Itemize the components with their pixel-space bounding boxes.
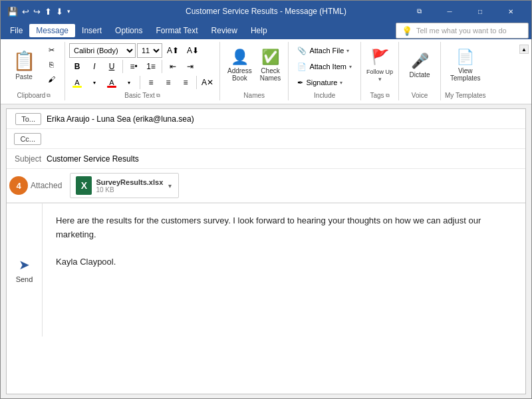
bold-button[interactable]: B — [69, 59, 85, 74]
voice-label: Voice — [403, 90, 436, 99]
font-size-decrease-btn[interactable]: A⬇ — [184, 44, 202, 57]
attach-item-label: Attach Item — [309, 63, 346, 70]
compose-body-area: ➤ Send Here are the results for the cust… — [7, 203, 525, 336]
include-content: 📎 Attach File ▾ 📄 Attach Item ▾ ✒ — [293, 42, 356, 90]
collapse-ribbon-btn[interactable]: ▲ — [519, 45, 529, 54]
up-quick-btn[interactable]: ⬆ — [43, 7, 53, 17]
down-quick-btn[interactable]: ⬇ — [55, 7, 65, 17]
quick-access-toolbar: 💾 ↩ ↪ ⬆ ⬇ ▾ — [6, 7, 72, 17]
ribbon-group-clipboard: 📋 Paste ✂ ⎘ 🖌 Clipboard ⧉ — [3, 42, 65, 100]
window-controls: ⧉ ─ □ ✕ — [404, 1, 526, 22]
clipboard-label: Clipboard ⧉ — [7, 90, 61, 99]
check-names-label: CheckNames — [260, 67, 281, 82]
font-family-selector[interactable]: Calibri (Body) — [69, 43, 136, 58]
menu-file[interactable]: File — [3, 24, 29, 37]
attachment-chip[interactable]: X SurveyResults.xlsx 10 KB ▾ — [70, 173, 179, 198]
to-input[interactable] — [47, 112, 525, 126]
customise-quick-btn[interactable]: ▾ — [66, 8, 72, 15]
attach-item-arrow: ▾ — [349, 64, 352, 70]
body-line1: Here are the results for the customers s… — [56, 214, 512, 242]
bullets-button[interactable]: ≡• — [126, 59, 142, 74]
attach-item-button[interactable]: 📄 Attach Item ▾ — [293, 59, 356, 74]
menu-options[interactable]: Options — [108, 24, 149, 37]
title-bar-left: 💾 ↩ ↪ ⬆ ⬇ ▾ — [6, 7, 72, 17]
follow-up-button[interactable]: 🚩 Follow Up ▾ — [365, 43, 394, 87]
cut-button[interactable]: ✂ — [42, 43, 61, 57]
menu-message[interactable]: Message — [29, 24, 75, 37]
save-quick-btn[interactable]: 💾 — [6, 7, 19, 17]
names-label: Names — [224, 90, 284, 99]
paste-button[interactable]: 📋 Paste — [7, 43, 41, 87]
to-field-row: To... — [7, 109, 525, 129]
italic-button[interactable]: I — [86, 59, 102, 74]
message-body[interactable]: Here are the results for the customers s… — [43, 203, 525, 336]
templates-icon: 📄 — [456, 49, 474, 66]
redo-quick-btn[interactable]: ↪ — [32, 7, 42, 17]
cc-button[interactable]: Cc... — [14, 133, 41, 145]
check-names-button[interactable]: ✅ CheckNames — [257, 43, 285, 87]
send-label: Send — [16, 275, 33, 283]
step-badge: 4 — [9, 176, 28, 195]
view-templates-button[interactable]: 📄 View Templates — [446, 43, 485, 87]
tell-me-search[interactable]: 💡 Tell me what you want to do — [396, 23, 529, 39]
format-painter-button[interactable]: 🖌 — [42, 72, 61, 86]
window-title: Customer Service Results - Message (HTML… — [186, 7, 346, 16]
cc-button-container: Cc... — [7, 133, 47, 145]
indent-decrease-btn[interactable]: ⇤ — [165, 59, 181, 74]
to-button[interactable]: To... — [15, 113, 41, 125]
menu-insert[interactable]: Insert — [75, 24, 108, 37]
clipboard-small-buttons: ✂ ⎘ 🖌 — [42, 43, 61, 86]
clipboard-expand-icon[interactable]: ⧉ — [47, 92, 51, 99]
attachment-dropdown-arrow[interactable]: ▾ — [167, 181, 173, 191]
font-size-increase-btn[interactable]: A⬆ — [164, 44, 182, 57]
restore-window-btn[interactable]: ⧉ — [404, 1, 434, 22]
format-row: B I U ≡• 1≡ ⇤ ⇥ — [69, 59, 215, 74]
dictate-label: Dictate — [409, 71, 430, 78]
highlight-color-bar — [72, 86, 82, 88]
align-left-btn[interactable]: ≡ — [143, 75, 159, 90]
font-size-selector[interactable]: 11 — [137, 43, 162, 58]
basic-text-label: Basic Text ⧉ — [69, 90, 215, 99]
attach-file-button[interactable]: 📎 Attach File ▾ — [293, 43, 356, 58]
basic-text-expand-icon[interactable]: ⧉ — [156, 92, 160, 99]
clear-format-btn[interactable]: A✕ — [200, 75, 215, 90]
address-book-button[interactable]: 👤 AddressBook — [224, 43, 255, 87]
highlight-dropdown-btn[interactable]: ▾ — [86, 75, 102, 90]
paste-icon: 📋 — [13, 50, 36, 72]
copy-button[interactable]: ⎘ — [42, 58, 61, 71]
ribbon: 📋 Paste ✂ ⎘ 🖌 Clipboard ⧉ — [1, 39, 531, 104]
undo-quick-btn[interactable]: ↩ — [21, 7, 31, 17]
indent-increase-btn[interactable]: ⇥ — [182, 59, 198, 74]
subject-input[interactable] — [47, 152, 525, 166]
style-row: A ▾ A ▾ ≡ ≡ — [69, 75, 215, 90]
to-button-container: To... — [7, 113, 47, 125]
signature-button[interactable]: ✒ Signature ▾ — [293, 75, 356, 90]
align-right-btn[interactable]: ≡ — [178, 75, 194, 90]
separator1 — [122, 60, 123, 73]
send-button[interactable]: ➤ Send — [7, 203, 43, 336]
cc-input[interactable] — [47, 132, 525, 146]
address-book-icon: 👤 — [231, 49, 249, 66]
attach-file-label: Attach File — [309, 47, 344, 55]
minimize-window-btn[interactable]: ─ — [434, 1, 465, 22]
numbering-button[interactable]: 1≡ — [143, 59, 159, 74]
check-names-icon: ✅ — [261, 49, 279, 66]
follow-up-label: Follow Up — [366, 68, 393, 75]
ribbon-group-include: 📎 Attach File ▾ 📄 Attach Item ▾ ✒ — [289, 42, 361, 100]
separator4 — [196, 76, 197, 89]
signature-arrow: ▾ — [340, 80, 342, 86]
align-center-btn[interactable]: ≡ — [160, 75, 176, 90]
font-color-dropdown-btn[interactable]: ▾ — [121, 75, 137, 90]
text-highlight-btn[interactable]: A — [69, 75, 85, 90]
underline-button[interactable]: U — [104, 59, 120, 74]
dictate-button[interactable]: 🎤 Dictate — [403, 43, 436, 87]
maximize-window-btn[interactable]: □ — [465, 1, 495, 22]
clipboard-content: 📋 Paste ✂ ⎘ 🖌 — [7, 42, 61, 90]
tags-expand-icon[interactable]: ⧉ — [386, 92, 390, 99]
menu-format-text[interactable]: Format Text — [149, 24, 204, 37]
font-color-btn[interactable]: A — [104, 75, 120, 90]
menu-help[interactable]: Help — [244, 24, 274, 37]
close-window-btn[interactable]: ✕ — [495, 1, 526, 22]
menu-review[interactable]: Review — [205, 24, 244, 37]
compose-area: To... Cc... Subject — [6, 108, 526, 394]
